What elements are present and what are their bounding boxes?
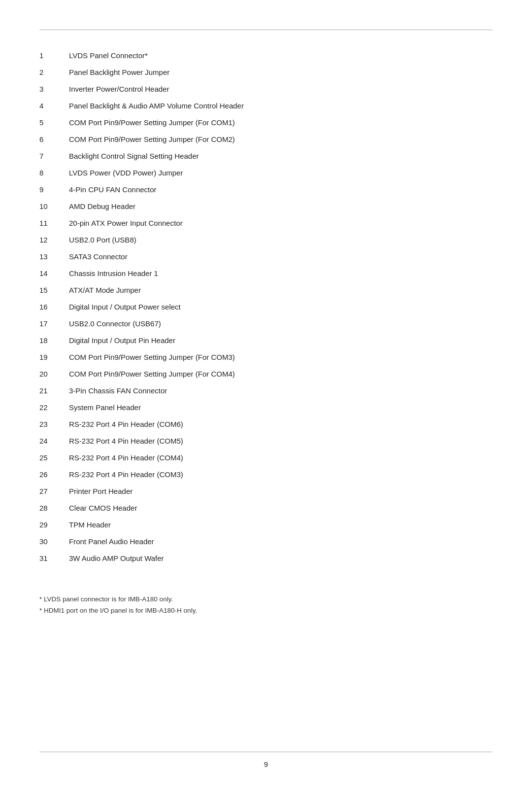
list-item: 7Backlight Control Signal Setting Header — [39, 150, 493, 162]
list-item: 19COM Port Pin9/Power Setting Jumper (Fo… — [39, 351, 493, 363]
bottom-rule — [39, 752, 493, 752]
item-label: 3-Pin Chassis FAN Connector — [69, 385, 167, 397]
item-label: LVDS Panel Connector* — [69, 50, 148, 62]
list-item: 6COM Port Pin9/Power Setting Jumper (For… — [39, 134, 493, 145]
item-label: COM Port Pin9/Power Setting Jumper (For … — [69, 351, 235, 363]
item-label: Backlight Control Signal Setting Header — [69, 150, 199, 162]
item-number: 1 — [39, 50, 69, 62]
item-number: 15 — [39, 284, 69, 296]
item-label: USB2.0 Port (USB8) — [69, 234, 136, 246]
list-item: 24RS-232 Port 4 Pin Header (COM5) — [39, 435, 493, 447]
item-label: Panel Backlight & Audio AMP Volume Contr… — [69, 100, 244, 112]
item-label: Inverter Power/Control Header — [69, 83, 169, 95]
item-number: 19 — [39, 351, 69, 363]
item-label: RS-232 Port 4 Pin Header (COM5) — [69, 435, 183, 447]
item-label: COM Port Pin9/Power Setting Jumper (For … — [69, 117, 235, 129]
item-label: USB2.0 Connector (USB67) — [69, 318, 161, 330]
item-number: 24 — [39, 435, 69, 447]
item-label: RS-232 Port 4 Pin Header (COM3) — [69, 469, 183, 481]
item-number: 9 — [39, 184, 69, 196]
list-item: 20COM Port Pin9/Power Setting Jumper (Fo… — [39, 368, 493, 380]
items-list: 1LVDS Panel Connector*2Panel Backlight P… — [39, 50, 493, 569]
item-label: COM Port Pin9/Power Setting Jumper (For … — [69, 134, 235, 145]
item-number: 14 — [39, 268, 69, 279]
item-label: LVDS Power (VDD Power) Jumper — [69, 167, 183, 179]
list-item: 25RS-232 Port 4 Pin Header (COM4) — [39, 452, 493, 464]
item-number: 26 — [39, 469, 69, 481]
item-number: 21 — [39, 385, 69, 397]
list-item: 1LVDS Panel Connector* — [39, 50, 493, 62]
item-label: System Panel Header — [69, 402, 141, 414]
page-container: 1LVDS Panel Connector*2Panel Backlight P… — [0, 0, 532, 798]
list-item: 18Digital Input / Output Pin Header — [39, 335, 493, 347]
item-label: 4-Pin CPU FAN Connector — [69, 184, 157, 196]
item-label: Clear CMOS Header — [69, 502, 137, 514]
list-item: 10AMD Debug Header — [39, 201, 493, 212]
item-number: 30 — [39, 536, 69, 548]
item-label: AMD Debug Header — [69, 201, 135, 212]
list-item: 313W Audio AMP Output Wafer — [39, 553, 493, 564]
list-item: 22System Panel Header — [39, 402, 493, 414]
item-number: 3 — [39, 83, 69, 95]
item-number: 11 — [39, 217, 69, 229]
item-label: 3W Audio AMP Output Wafer — [69, 553, 164, 564]
list-item: 29TPM Header — [39, 519, 493, 531]
item-number: 20 — [39, 368, 69, 380]
item-number: 27 — [39, 486, 69, 497]
item-label: ATX/AT Mode Jumper — [69, 284, 141, 296]
list-item: 4Panel Backlight & Audio AMP Volume Cont… — [39, 100, 493, 112]
item-number: 10 — [39, 201, 69, 212]
footnote: * LVDS panel connector is for IMB-A180 o… — [39, 594, 493, 605]
item-label: SATA3 Connector — [69, 251, 128, 263]
item-number: 4 — [39, 100, 69, 112]
item-label: Front Panel Audio Header — [69, 536, 154, 548]
list-item: 3Inverter Power/Control Header — [39, 83, 493, 95]
item-label: Digital Input / Output Power select — [69, 301, 181, 313]
item-label: 20-pin ATX Power Input Connector — [69, 217, 183, 229]
item-number: 8 — [39, 167, 69, 179]
item-number: 6 — [39, 134, 69, 145]
item-number: 2 — [39, 67, 69, 78]
list-item: 213-Pin Chassis FAN Connector — [39, 385, 493, 397]
item-number: 23 — [39, 418, 69, 430]
list-item: 14Chassis Intrusion Header 1 — [39, 268, 493, 279]
item-label: RS-232 Port 4 Pin Header (COM6) — [69, 418, 183, 430]
item-number: 31 — [39, 553, 69, 564]
page-number: 9 — [264, 760, 268, 768]
item-label: Printer Port Header — [69, 486, 133, 497]
item-number: 13 — [39, 251, 69, 263]
list-item: 26RS-232 Port 4 Pin Header (COM3) — [39, 469, 493, 481]
item-number: 29 — [39, 519, 69, 531]
item-number: 25 — [39, 452, 69, 464]
item-label: TPM Header — [69, 519, 111, 531]
list-item: 27Printer Port Header — [39, 486, 493, 497]
item-label: Chassis Intrusion Header 1 — [69, 268, 158, 279]
list-item: 13SATA3 Connector — [39, 251, 493, 263]
list-item: 23RS-232 Port 4 Pin Header (COM6) — [39, 418, 493, 430]
item-number: 7 — [39, 150, 69, 162]
item-number: 12 — [39, 234, 69, 246]
list-item: 8LVDS Power (VDD Power) Jumper — [39, 167, 493, 179]
list-item: 1120-pin ATX Power Input Connector — [39, 217, 493, 229]
list-item: 15ATX/AT Mode Jumper — [39, 284, 493, 296]
list-item: 12USB2.0 Port (USB8) — [39, 234, 493, 246]
list-item: 94-Pin CPU FAN Connector — [39, 184, 493, 196]
item-label: Panel Backlight Power Jumper — [69, 67, 169, 78]
item-number: 18 — [39, 335, 69, 347]
footnotes: * LVDS panel connector is for IMB-A180 o… — [39, 594, 493, 617]
item-label: RS-232 Port 4 Pin Header (COM4) — [69, 452, 183, 464]
item-number: 17 — [39, 318, 69, 330]
top-rule — [39, 30, 493, 30]
list-item: 16Digital Input / Output Power select — [39, 301, 493, 313]
item-label: Digital Input / Output Pin Header — [69, 335, 175, 347]
footnote: * HDMI1 port on the I/O panel is for IMB… — [39, 605, 493, 617]
list-item: 2Panel Backlight Power Jumper — [39, 67, 493, 78]
list-item: 5COM Port Pin9/Power Setting Jumper (For… — [39, 117, 493, 129]
list-item: 17USB2.0 Connector (USB67) — [39, 318, 493, 330]
list-item: 30Front Panel Audio Header — [39, 536, 493, 548]
item-number: 28 — [39, 502, 69, 514]
item-number: 16 — [39, 301, 69, 313]
item-number: 22 — [39, 402, 69, 414]
item-label: COM Port Pin9/Power Setting Jumper (For … — [69, 368, 235, 380]
page-number-row: 9 — [39, 760, 493, 768]
